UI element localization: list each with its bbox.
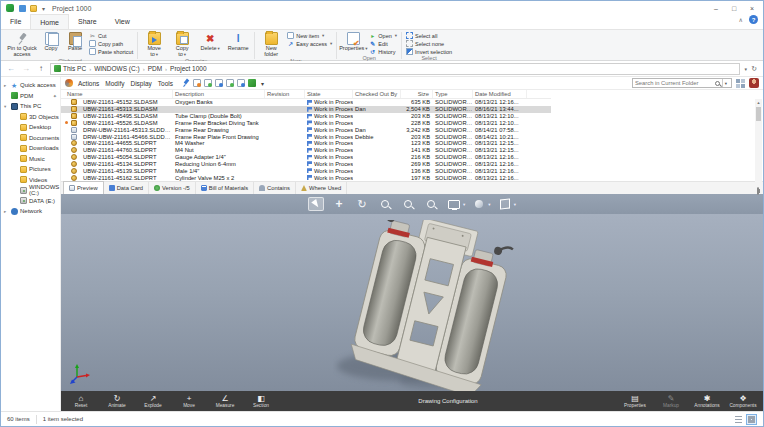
invert-selection-button[interactable]: Invert selection — [404, 48, 454, 55]
forward-button[interactable]: → — [20, 64, 32, 73]
column-header-date-modified[interactable]: Date Modified — [473, 90, 527, 98]
search-icon[interactable] — [715, 81, 720, 86]
file-row[interactable]: UBW-21161-45526.SLDASM Frame Rear Bracke… — [61, 119, 551, 126]
copy-path-button[interactable]: Copy path — [87, 40, 135, 47]
pdm-grid-icon[interactable] — [736, 79, 745, 88]
preview-tab[interactable]: Version -/5 — [149, 182, 196, 194]
quick-access-toolbar-icon[interactable] — [19, 5, 26, 12]
sidebar-item[interactable]: Music ✦ — [1, 154, 60, 165]
rename-button[interactable]: I Rename — [224, 31, 252, 53]
select-all-button[interactable]: Select all — [404, 32, 454, 39]
delete-button[interactable]: ✖ Delete▾ — [196, 31, 224, 53]
preview-panel-button[interactable]: ✱ Annotations — [689, 391, 725, 411]
tool-dropdown-icon[interactable]: ▾ — [488, 202, 490, 207]
expand-chevron-icon[interactable]: ▾ — [4, 104, 9, 109]
get-version-icon[interactable] — [237, 79, 245, 87]
file-row[interactable]: DRW-UBW-21161-45313.SLDDRW Frame Rear Dr… — [61, 126, 551, 133]
preview-tool-button[interactable]: ↻ Animate — [99, 391, 135, 411]
scroll-up-icon[interactable]: ▲ — [755, 99, 762, 106]
preview-tab[interactable]: Bill of Materials — [196, 182, 254, 194]
cut-button[interactable]: ✂Cut — [87, 32, 135, 39]
breadcrumb[interactable]: This PC› WINDOWS (C:)› PDM› Project 1000 — [50, 63, 740, 75]
preview-tab[interactable]: Where Used — [296, 182, 347, 194]
sidebar-item[interactable]: ▸ ★ Quick access ✦ — [1, 80, 60, 91]
quick-access-folder-icon[interactable] — [30, 5, 37, 12]
ribbon-tab[interactable]: Home — [30, 14, 69, 29]
minimize-button[interactable]: – — [707, 2, 725, 15]
select-none-button[interactable]: Select none — [404, 40, 454, 47]
sidebar-item[interactable]: DATA (E:) ✦ — [1, 196, 60, 207]
tool-dropdown-icon[interactable]: ▾ — [514, 202, 516, 207]
zoom-fit-tool[interactable] — [400, 197, 416, 211]
3d-model[interactable] — [333, 220, 528, 391]
breadcrumb-segment[interactable]: This PC› — [63, 65, 91, 72]
pdm-more-dropdown-icon[interactable]: ▾ — [261, 80, 264, 87]
copy-button[interactable]: Copy — [39, 31, 63, 53]
paste-button[interactable]: Paste — [63, 31, 87, 53]
column-header-type[interactable]: Type — [433, 90, 473, 98]
file-row[interactable]: UBW-21161-45054.SLDPRT Gauge Adapter 1/4… — [61, 154, 551, 161]
check-in-icon[interactable] — [204, 79, 212, 87]
sidebar-item[interactable]: WINDOWS (C:) ✦ — [1, 185, 60, 196]
get-latest-version-icon[interactable] — [226, 79, 234, 87]
zoom-area-tool[interactable] — [377, 197, 393, 211]
refresh-icon[interactable]: ↻ — [751, 65, 757, 73]
column-header-revision[interactable]: Revision — [265, 90, 305, 98]
tool-dropdown-icon[interactable]: ▾ — [463, 202, 465, 207]
move-to-button[interactable]: Move to▾ — [140, 31, 168, 58]
new-item-button[interactable]: New item▾ — [285, 32, 334, 39]
pdm-menu[interactable]: Actions — [78, 80, 99, 87]
file-row[interactable]: UBW-21161-44760.SLDPRT M4 Nut Work in Pr… — [61, 147, 551, 154]
file-list-scrollbar[interactable]: ▲ — [755, 99, 762, 190]
preview-tab[interactable]: Preview — [63, 181, 104, 194]
zoom-in-out-tool[interactable] — [423, 197, 439, 211]
user-avatar[interactable] — [749, 78, 759, 88]
sidebar-item[interactable]: Pictures ✦ — [1, 164, 60, 175]
file-row[interactable]: DRW-UBW-21161-45466.SLDDRW Frame Rear Pl… — [61, 133, 551, 140]
collapse-ribbon-button[interactable]: ∧ — [739, 16, 743, 23]
new-folder-button[interactable]: New folder — [257, 31, 285, 58]
close-button[interactable]: × — [743, 2, 761, 15]
search-box[interactable]: ▾ — [632, 78, 732, 88]
preview-panel-button[interactable]: ❖ Components — [725, 391, 761, 411]
file-row[interactable]: UBW-21161-45134.SLDPRT Reducing Union 6-… — [61, 160, 551, 167]
search-dropdown-icon[interactable]: ▾ — [722, 79, 729, 87]
pan-tool[interactable] — [331, 197, 347, 211]
configuration-label[interactable]: Drawing Configuration — [279, 398, 617, 404]
column-header-name[interactable]: Name — [65, 90, 173, 98]
address-dropdown-icon[interactable]: ▾ — [745, 66, 748, 72]
customize-quick-access-icon[interactable]: ▾ — [42, 5, 45, 12]
back-button[interactable]: ← — [5, 64, 17, 73]
open-button[interactable]: ▸Open▾ — [367, 32, 399, 39]
sidebar-item[interactable]: Documents ✦ — [1, 133, 60, 144]
ribbon-tab[interactable]: File — [1, 14, 30, 29]
breadcrumb-segment[interactable]: Project 1000 — [170, 65, 210, 72]
appearances-tool[interactable] — [471, 197, 487, 211]
preview-tool-button[interactable]: ⌂ Reset — [63, 391, 99, 411]
column-header-size[interactable]: Size — [401, 90, 433, 98]
column-header-description[interactable]: Description — [173, 90, 265, 98]
pdm-menu[interactable]: Modify — [105, 80, 124, 87]
file-row[interactable]: UBW-21161-45313.SLDASM Work in Process D… — [61, 106, 551, 113]
breadcrumb-segment[interactable]: PDM› — [148, 65, 167, 72]
sidebar-item[interactable]: ▾ This PC ✦ — [1, 101, 60, 112]
expand-chevron-icon[interactable]: ▸ — [4, 83, 9, 88]
preview-tool-button[interactable]: + Move — [171, 391, 207, 411]
preview-panel-button[interactable]: ▤ Properties — [617, 391, 653, 411]
preview-tool-button[interactable]: ◧ Section — [243, 391, 279, 411]
preview-tab[interactable]: Data Card — [104, 182, 149, 194]
easy-access-button[interactable]: ↗Easy access▾ — [285, 40, 334, 47]
pdm-menu[interactable]: Display — [130, 80, 151, 87]
thumbnail-view-toggle[interactable] — [746, 414, 757, 425]
vault-icon[interactable] — [248, 79, 256, 87]
preview-viewport[interactable] — [61, 214, 763, 391]
file-row[interactable]: UBW-21161-45495.SLDASM Tube Clamp (Doubl… — [61, 113, 551, 120]
rotate-tool[interactable] — [354, 197, 370, 211]
breadcrumb-segment[interactable]: WINDOWS (C:)› — [94, 65, 145, 72]
select-tool[interactable] — [308, 197, 324, 211]
file-row[interactable]: UBW-21161-45152.SLDASM Oxygen Banks Work… — [61, 99, 551, 106]
search-input[interactable] — [635, 80, 713, 86]
sidebar-item[interactable]: ▸ Network ✦ — [1, 206, 60, 217]
column-header-state[interactable]: State — [305, 90, 353, 98]
paste-shortcut-button[interactable]: Paste shortcut — [87, 48, 135, 55]
